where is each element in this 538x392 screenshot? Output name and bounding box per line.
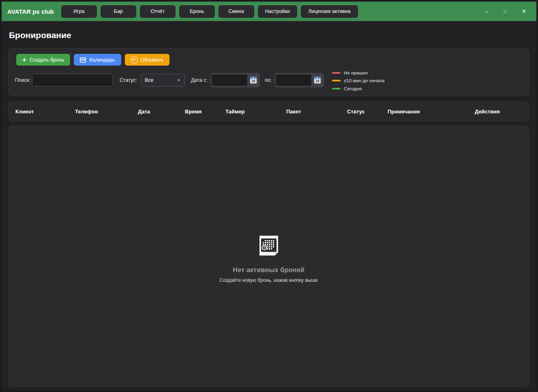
column-header-time: Время: [185, 109, 202, 115]
date-from-input[interactable]: [212, 75, 247, 86]
column-header-status: Статус: [347, 109, 365, 115]
refresh-button-label: Обновить: [141, 57, 164, 63]
nav-button-shift[interactable]: Смена: [219, 5, 254, 18]
empty-state-title: Нет активных броней: [184, 266, 354, 274]
column-header-actions: Действия: [475, 109, 500, 115]
legend-line-green: [332, 88, 341, 89]
date-from-picker: 15: [210, 73, 260, 87]
svg-text:15: 15: [315, 79, 319, 83]
toolbar-panel: + Создать бронь Календарь ⟳ Обновить Пои…: [8, 48, 529, 96]
nav-button-bar[interactable]: Бар: [101, 5, 136, 18]
titlebar: AVATAR ps club Игра Бар Отчёт Бронь Смен…: [2, 2, 536, 21]
status-select[interactable]: Все ▼: [140, 74, 185, 87]
date-to-label: по:: [265, 77, 272, 83]
column-header-timer: Таймер: [225, 109, 245, 115]
column-header-phone: Телефон: [75, 109, 98, 115]
page-title: Бронирование: [9, 30, 71, 40]
legend-item-no-show: Не пришел: [332, 69, 384, 77]
column-header-note: Примечание: [388, 109, 420, 115]
nav-button-report[interactable]: Отчёт: [140, 5, 176, 18]
window-controls: – □ ✕: [477, 2, 536, 21]
titlebar-nav: Игра Бар Отчёт Бронь Смена Настройки Лиц…: [61, 5, 358, 18]
minimize-button[interactable]: –: [477, 2, 496, 21]
column-header-package: Пакет: [286, 109, 301, 115]
license-status-button[interactable]: Лицензия активна: [301, 5, 358, 18]
plus-icon: +: [22, 56, 26, 63]
svg-text:15: 15: [251, 79, 255, 83]
status-label: Статус:: [120, 77, 137, 83]
calendar-button[interactable]: Календарь: [74, 54, 121, 66]
table-header-bar: Клиент Телефон Дата Время Таймер Пакет С…: [8, 101, 529, 121]
status-select-value: Все: [145, 77, 154, 83]
legend-line-red: [332, 72, 341, 74]
calendar-day-icon: 15: [313, 76, 322, 84]
maximize-button[interactable]: □: [496, 2, 514, 21]
legend-item-today: Сегодня: [332, 85, 384, 93]
date-from-calendar-button[interactable]: 15: [248, 75, 259, 86]
date-to-input[interactable]: [276, 75, 311, 86]
window-frame: AVATAR ps club Игра Бар Отчёт Бронь Смен…: [0, 0, 538, 392]
column-header-date: Дата: [138, 109, 150, 115]
empty-state-subtitle: Создайте новую бронь, нажав кнопку выше: [184, 277, 354, 283]
calendar-icon: [80, 57, 86, 63]
search-label: Поиск:: [15, 77, 30, 83]
date-to-calendar-button[interactable]: 15: [312, 75, 323, 86]
column-header-client: Клиент: [15, 109, 34, 115]
close-button[interactable]: ✕: [514, 2, 533, 21]
app-window: AVATAR ps club Игра Бар Отчёт Бронь Смен…: [2, 2, 536, 390]
nav-button-booking[interactable]: Бронь: [179, 5, 215, 18]
status-legend: Не пришел ≤10 мин до начала Сегодня: [332, 69, 384, 93]
toolbar-buttons: + Создать бронь Календарь ⟳ Обновить: [16, 54, 169, 66]
legend-item-soon: ≤10 мин до начала: [332, 77, 384, 85]
app-title: AVATAR ps club: [2, 8, 58, 15]
nav-button-settings[interactable]: Настройки: [258, 5, 297, 18]
refresh-icon: ⟳: [131, 57, 137, 63]
calendar-button-label: Календарь: [89, 57, 115, 63]
filter-row: Поиск: Статус: Все ▼ Дата с: 15: [9, 73, 529, 87]
nav-button-game[interactable]: Игра: [61, 5, 97, 18]
calendar-grid-icon: [257, 234, 281, 258]
date-from-label: Дата с:: [191, 77, 208, 83]
search-input[interactable]: [32, 74, 113, 87]
bookings-list-panel: Нет активных броней Создайте новую бронь…: [8, 126, 529, 387]
chevron-down-icon: ▼: [177, 79, 180, 82]
create-booking-button[interactable]: + Создать бронь: [16, 54, 70, 66]
empty-state: Нет активных броней Создайте новую бронь…: [184, 234, 354, 283]
refresh-button[interactable]: ⟳ Обновить: [125, 54, 170, 66]
date-to-picker: 15: [274, 73, 324, 87]
calendar-day-icon: 15: [249, 76, 257, 84]
create-booking-label: Создать бронь: [30, 57, 64, 63]
legend-line-orange: [332, 80, 341, 81]
